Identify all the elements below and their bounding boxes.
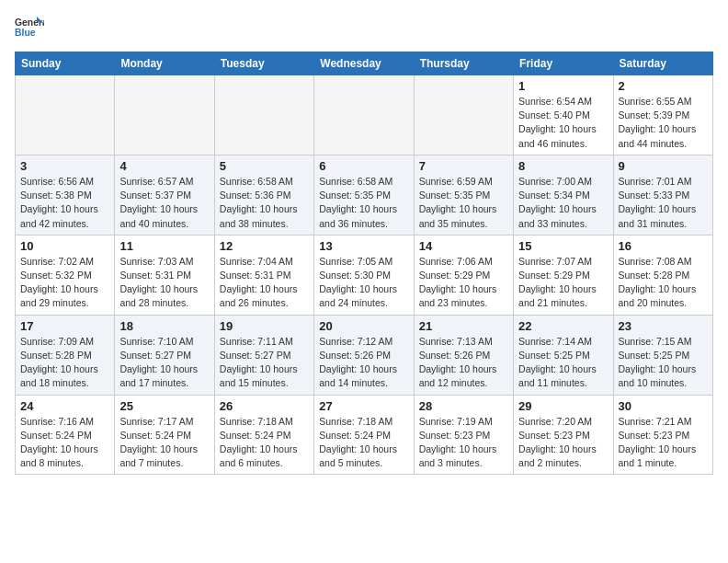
- day-number: 18: [119, 319, 209, 333]
- day-info: Sunrise: 7:20 AMSunset: 5:23 PMDaylight:…: [518, 415, 608, 471]
- calendar-table: SundayMondayTuesdayWednesdayThursdayFrid…: [15, 52, 713, 475]
- day-info: Sunrise: 7:03 AMSunset: 5:31 PMDaylight:…: [119, 255, 209, 311]
- day-number: 22: [518, 319, 608, 333]
- day-info: Sunrise: 7:05 AMSunset: 5:30 PMDaylight:…: [319, 255, 408, 311]
- calendar-cell: 17Sunrise: 7:09 AMSunset: 5:28 PMDayligh…: [16, 315, 115, 395]
- day-info: Sunrise: 7:02 AMSunset: 5:32 PMDaylight:…: [20, 255, 109, 311]
- calendar-cell: 24Sunrise: 7:16 AMSunset: 5:24 PMDayligh…: [16, 395, 115, 475]
- day-number: 21: [419, 319, 508, 333]
- day-number: 3: [20, 159, 109, 173]
- calendar-cell: [115, 75, 214, 155]
- day-number: 29: [518, 399, 608, 413]
- day-number: 6: [319, 159, 408, 173]
- calendar-cell: 25Sunrise: 7:17 AMSunset: 5:24 PMDayligh…: [115, 395, 214, 475]
- calendar-cell: 21Sunrise: 7:13 AMSunset: 5:26 PMDayligh…: [414, 315, 513, 395]
- calendar-cell: 5Sunrise: 6:58 AMSunset: 5:36 PMDaylight…: [214, 155, 313, 235]
- calendar-cell: 6Sunrise: 6:58 AMSunset: 5:35 PMDaylight…: [314, 155, 414, 235]
- day-number: 10: [20, 239, 109, 253]
- day-info: Sunrise: 7:10 AMSunset: 5:27 PMDaylight:…: [119, 335, 209, 391]
- day-info: Sunrise: 6:58 AMSunset: 5:36 PMDaylight:…: [220, 175, 309, 231]
- column-header-sunday: Sunday: [16, 52, 115, 75]
- calendar-cell: 4Sunrise: 6:57 AMSunset: 5:37 PMDaylight…: [115, 155, 214, 235]
- day-info: Sunrise: 7:18 AMSunset: 5:24 PMDaylight:…: [220, 415, 309, 471]
- calendar-cell: 12Sunrise: 7:04 AMSunset: 5:31 PMDayligh…: [214, 235, 313, 315]
- calendar-cell: 3Sunrise: 6:56 AMSunset: 5:38 PMDaylight…: [16, 155, 115, 235]
- column-header-friday: Friday: [514, 52, 613, 75]
- calendar-cell: 9Sunrise: 7:01 AMSunset: 5:33 PMDaylight…: [613, 155, 712, 235]
- day-number: 12: [220, 239, 309, 253]
- day-info: Sunrise: 6:59 AMSunset: 5:35 PMDaylight:…: [419, 175, 508, 231]
- day-number: 2: [619, 79, 708, 93]
- day-number: 9: [619, 159, 708, 173]
- day-number: 5: [220, 159, 309, 173]
- day-number: 15: [518, 239, 608, 253]
- calendar-week-row: 24Sunrise: 7:16 AMSunset: 5:24 PMDayligh…: [16, 395, 713, 475]
- day-info: Sunrise: 7:08 AMSunset: 5:28 PMDaylight:…: [619, 255, 708, 311]
- day-number: 24: [20, 399, 109, 413]
- calendar-cell: 13Sunrise: 7:05 AMSunset: 5:30 PMDayligh…: [314, 235, 414, 315]
- calendar-cell: [214, 75, 313, 155]
- calendar-cell: 15Sunrise: 7:07 AMSunset: 5:29 PMDayligh…: [514, 235, 613, 315]
- day-info: Sunrise: 7:16 AMSunset: 5:24 PMDaylight:…: [20, 415, 109, 471]
- column-header-tuesday: Tuesday: [214, 52, 313, 75]
- calendar-cell: 19Sunrise: 7:11 AMSunset: 5:27 PMDayligh…: [214, 315, 313, 395]
- day-number: 4: [119, 159, 209, 173]
- calendar-cell: 30Sunrise: 7:21 AMSunset: 5:23 PMDayligh…: [613, 395, 712, 475]
- day-number: 20: [319, 319, 408, 333]
- day-number: 16: [619, 239, 708, 253]
- day-info: Sunrise: 7:07 AMSunset: 5:29 PMDaylight:…: [518, 255, 608, 311]
- day-number: 13: [319, 239, 408, 253]
- day-info: Sunrise: 7:04 AMSunset: 5:31 PMDaylight:…: [220, 255, 309, 311]
- day-number: 23: [619, 319, 708, 333]
- day-number: 27: [319, 399, 408, 413]
- calendar-week-row: 3Sunrise: 6:56 AMSunset: 5:38 PMDaylight…: [16, 155, 713, 235]
- column-header-monday: Monday: [115, 52, 214, 75]
- calendar-cell: 1Sunrise: 6:54 AMSunset: 5:40 PMDaylight…: [514, 75, 613, 155]
- svg-text:Blue: Blue: [15, 28, 36, 38]
- column-header-saturday: Saturday: [613, 52, 712, 75]
- calendar-cell: 26Sunrise: 7:18 AMSunset: 5:24 PMDayligh…: [214, 395, 313, 475]
- logo-icon: GeneralBlue: [15, 15, 44, 40]
- day-number: 28: [419, 399, 508, 413]
- day-number: 11: [119, 239, 209, 253]
- day-info: Sunrise: 7:19 AMSunset: 5:23 PMDaylight:…: [419, 415, 508, 471]
- day-number: 7: [419, 159, 508, 173]
- calendar-cell: 10Sunrise: 7:02 AMSunset: 5:32 PMDayligh…: [16, 235, 115, 315]
- day-number: 30: [619, 399, 708, 413]
- day-info: Sunrise: 7:06 AMSunset: 5:29 PMDaylight:…: [419, 255, 508, 311]
- page-header: GeneralBlue: [15, 15, 713, 40]
- day-info: Sunrise: 7:00 AMSunset: 5:34 PMDaylight:…: [518, 175, 608, 231]
- day-info: Sunrise: 6:57 AMSunset: 5:37 PMDaylight:…: [119, 175, 209, 231]
- day-info: Sunrise: 7:11 AMSunset: 5:27 PMDaylight:…: [220, 335, 309, 391]
- day-info: Sunrise: 7:13 AMSunset: 5:26 PMDaylight:…: [419, 335, 508, 391]
- day-number: 26: [220, 399, 309, 413]
- day-number: 1: [518, 79, 608, 93]
- day-info: Sunrise: 7:17 AMSunset: 5:24 PMDaylight:…: [119, 415, 209, 471]
- calendar-cell: [314, 75, 414, 155]
- day-number: 25: [119, 399, 209, 413]
- day-info: Sunrise: 7:01 AMSunset: 5:33 PMDaylight:…: [619, 175, 708, 231]
- calendar-cell: [414, 75, 513, 155]
- svg-text:General: General: [15, 17, 44, 28]
- calendar-cell: 8Sunrise: 7:00 AMSunset: 5:34 PMDaylight…: [514, 155, 613, 235]
- day-info: Sunrise: 7:14 AMSunset: 5:25 PMDaylight:…: [518, 335, 608, 391]
- calendar-cell: 7Sunrise: 6:59 AMSunset: 5:35 PMDaylight…: [414, 155, 513, 235]
- column-header-thursday: Thursday: [414, 52, 513, 75]
- day-number: 14: [419, 239, 508, 253]
- calendar-cell: 18Sunrise: 7:10 AMSunset: 5:27 PMDayligh…: [115, 315, 214, 395]
- day-info: Sunrise: 6:56 AMSunset: 5:38 PMDaylight:…: [20, 175, 109, 231]
- calendar-week-row: 1Sunrise: 6:54 AMSunset: 5:40 PMDaylight…: [16, 75, 713, 155]
- calendar-cell: 11Sunrise: 7:03 AMSunset: 5:31 PMDayligh…: [115, 235, 214, 315]
- calendar-week-row: 10Sunrise: 7:02 AMSunset: 5:32 PMDayligh…: [16, 235, 713, 315]
- calendar-cell: [16, 75, 115, 155]
- calendar-cell: 20Sunrise: 7:12 AMSunset: 5:26 PMDayligh…: [314, 315, 414, 395]
- logo: GeneralBlue: [15, 15, 44, 40]
- day-info: Sunrise: 7:09 AMSunset: 5:28 PMDaylight:…: [20, 335, 109, 391]
- calendar-header-row: SundayMondayTuesdayWednesdayThursdayFrid…: [16, 52, 713, 75]
- day-number: 19: [220, 319, 309, 333]
- day-info: Sunrise: 7:21 AMSunset: 5:23 PMDaylight:…: [619, 415, 708, 471]
- day-number: 8: [518, 159, 608, 173]
- day-info: Sunrise: 6:58 AMSunset: 5:35 PMDaylight:…: [319, 175, 408, 231]
- calendar-cell: 22Sunrise: 7:14 AMSunset: 5:25 PMDayligh…: [514, 315, 613, 395]
- column-header-wednesday: Wednesday: [314, 52, 414, 75]
